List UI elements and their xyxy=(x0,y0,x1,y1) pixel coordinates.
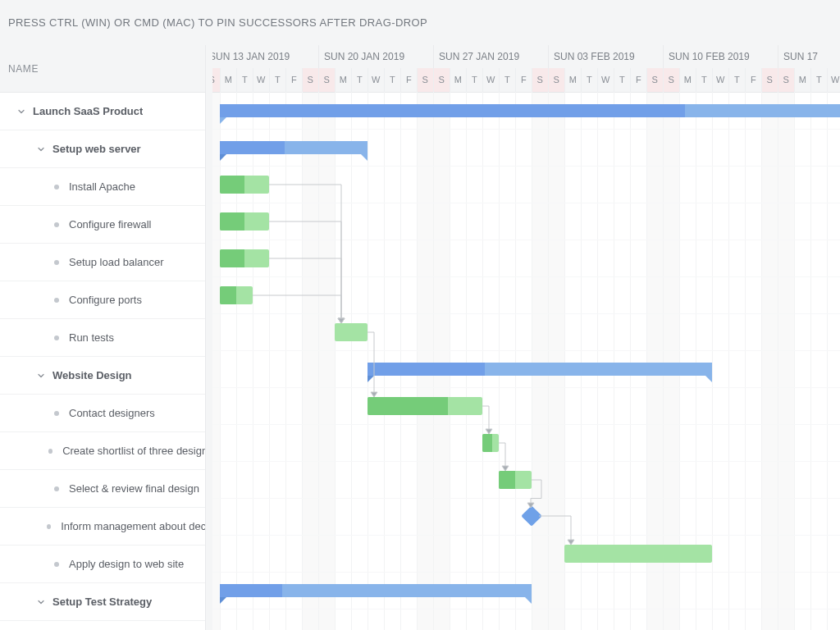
day-header: T xyxy=(351,68,368,92)
task-bar[interactable] xyxy=(335,323,368,341)
task-grid: NAME Launch SaaS ProductSetup web server… xyxy=(0,45,206,630)
week-header: SUN 17 xyxy=(778,45,840,68)
day-header: W xyxy=(712,68,728,92)
task-name-cell[interactable]: Apply design to web site xyxy=(69,558,184,570)
day-header: T xyxy=(614,68,630,92)
day-header: W xyxy=(597,68,614,92)
task-name-cell[interactable]: Create shortlist of three designers xyxy=(62,445,205,457)
day-header: M xyxy=(450,68,466,92)
day-header: W xyxy=(827,68,840,92)
task-bar[interactable] xyxy=(482,434,499,452)
grid-column-header-name[interactable]: NAME xyxy=(0,45,205,93)
task-name-cell[interactable]: Run tests xyxy=(69,331,114,344)
day-header: T xyxy=(269,68,285,92)
day-header: F xyxy=(630,68,646,92)
tree-leaf-row[interactable]: Apply design to web site xyxy=(0,546,205,583)
tree-leaf-row[interactable]: Configure firewall xyxy=(0,206,205,244)
task-bar[interactable] xyxy=(220,286,253,304)
week-header: SUN 03 FEB 2019 xyxy=(548,45,663,68)
tree-leaf-row[interactable]: Contact designers xyxy=(0,395,205,432)
day-header: S xyxy=(548,68,564,92)
day-header: M xyxy=(679,68,696,92)
day-header: F xyxy=(515,68,532,92)
day-header: F xyxy=(400,68,417,92)
tree-leaf-row[interactable]: Run tests xyxy=(0,319,205,357)
day-header: S xyxy=(318,68,335,92)
tree-leaf-row[interactable]: Inform management about decision xyxy=(0,508,205,546)
task-name-cell[interactable]: Install Apache xyxy=(69,180,135,193)
bullet-icon xyxy=(54,562,59,567)
gantt-panel[interactable]: SUN 13 JAN 2019SUN 20 JAN 2019SUN 27 JAN… xyxy=(212,45,840,630)
task-name-cell[interactable]: Setup Test Strategy xyxy=(52,596,152,608)
day-header: T xyxy=(810,68,827,92)
day-header: S xyxy=(761,68,778,92)
tree-parent-row[interactable]: Launch SaaS Product xyxy=(0,93,205,130)
day-header: M xyxy=(564,68,581,92)
day-header: W xyxy=(253,68,269,92)
day-header: W xyxy=(368,68,384,92)
tree-leaf-row[interactable]: Select & review final design xyxy=(0,470,205,508)
week-header: SUN 27 JAN 2019 xyxy=(433,45,548,68)
task-name-cell[interactable]: Configure firewall xyxy=(69,218,151,231)
day-header: W xyxy=(482,68,499,92)
bullet-icon xyxy=(54,298,59,303)
tree-parent-row[interactable]: Setup web server xyxy=(0,130,205,168)
task-bar[interactable] xyxy=(564,545,712,563)
chevron-down-icon[interactable] xyxy=(34,596,48,609)
bullet-icon xyxy=(54,260,59,265)
tree-parent-row[interactable]: Setup Test Strategy xyxy=(0,583,205,621)
task-name-cell[interactable]: Configure ports xyxy=(69,294,142,306)
day-header: S xyxy=(646,68,663,92)
task-bar[interactable] xyxy=(220,212,269,231)
day-header: S xyxy=(433,68,450,92)
task-name-cell[interactable]: Setup load balancer xyxy=(69,256,164,268)
day-header: S xyxy=(212,68,220,92)
tree-leaf-row[interactable]: Setup load balancer xyxy=(0,244,205,281)
task-name-cell[interactable]: Launch SaaS Product xyxy=(33,105,143,117)
task-name-cell[interactable]: Contact designers xyxy=(69,407,155,419)
day-header: S xyxy=(663,68,679,92)
tree-leaf-row[interactable]: Install Apache xyxy=(0,168,205,206)
toolbar-hint: PRESS CTRL (WIN) OR CMD (MAC) TO PIN SUC… xyxy=(0,0,840,45)
day-header: S xyxy=(417,68,433,92)
bullet-icon xyxy=(54,486,59,491)
day-header: S xyxy=(778,68,794,92)
day-header: S xyxy=(532,68,548,92)
tree-parent-row[interactable]: Website Design xyxy=(0,357,205,395)
day-header: F xyxy=(285,68,302,92)
day-header: T xyxy=(236,68,253,92)
day-header: M xyxy=(794,68,810,92)
bullet-icon xyxy=(54,222,59,227)
chevron-down-icon[interactable] xyxy=(34,143,48,156)
day-header: T xyxy=(728,68,745,92)
grid-splitter[interactable] xyxy=(206,45,212,630)
chevron-down-icon[interactable] xyxy=(34,369,48,382)
bullet-icon xyxy=(54,336,59,340)
task-bar[interactable] xyxy=(220,249,269,267)
day-header: F xyxy=(745,68,761,92)
day-header: T xyxy=(466,68,482,92)
chevron-down-icon[interactable] xyxy=(15,105,28,118)
day-header: M xyxy=(220,68,236,92)
week-header: SUN 20 JAN 2019 xyxy=(318,45,433,68)
day-header: T xyxy=(499,68,515,92)
week-header: SUN 10 FEB 2019 xyxy=(663,45,778,68)
week-header: SUN 13 JAN 2019 xyxy=(212,45,318,68)
tree-leaf-row[interactable]: Create shortlist of three designers xyxy=(0,432,205,470)
task-name-cell[interactable]: Website Design xyxy=(52,369,132,381)
task-bar[interactable] xyxy=(368,397,482,415)
day-header: T xyxy=(384,68,400,92)
day-header: S xyxy=(302,68,318,92)
task-bar[interactable] xyxy=(220,176,269,194)
task-name-cell[interactable]: Setup web server xyxy=(52,143,141,155)
task-name-cell[interactable]: Inform management about decision xyxy=(61,520,205,532)
task-name-cell[interactable]: Select & review final design xyxy=(69,482,199,495)
day-header: T xyxy=(696,68,712,92)
tree-leaf-row[interactable]: Configure ports xyxy=(0,281,205,319)
day-header: M xyxy=(335,68,351,92)
bullet-icon xyxy=(54,411,59,416)
day-header: T xyxy=(581,68,597,92)
bullet-icon xyxy=(54,185,59,189)
task-bar[interactable] xyxy=(499,471,532,489)
bullet-icon xyxy=(48,449,52,454)
